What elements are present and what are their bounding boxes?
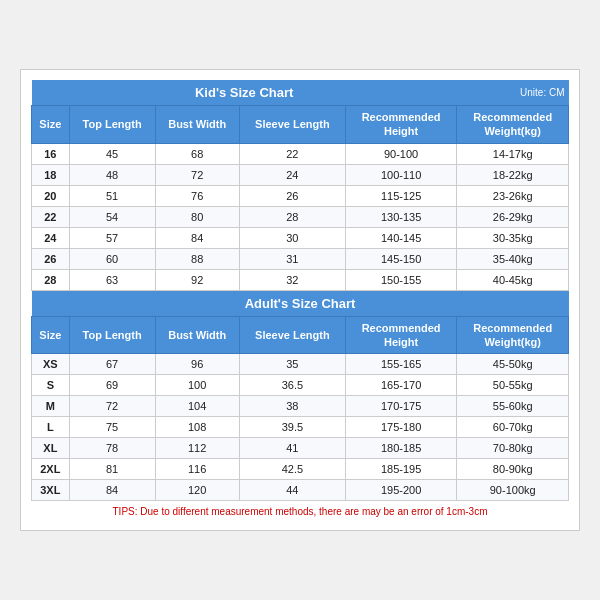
cell-size: 26 xyxy=(32,248,70,269)
table-row: XL 78 112 41 180-185 70-80kg xyxy=(32,438,569,459)
cell-size: 20 xyxy=(32,185,70,206)
kids-col-top-length: Top Length xyxy=(69,105,155,143)
cell-bust-width: 100 xyxy=(155,375,239,396)
cell-size: XL xyxy=(32,438,70,459)
tips-row: TIPS: Due to different measurement metho… xyxy=(32,501,569,521)
cell-size: 3XL xyxy=(32,480,70,501)
kids-header-row: Size Top Length Bust Width Sleeve Length… xyxy=(32,105,569,143)
cell-rec-height: 90-100 xyxy=(345,143,457,164)
cell-bust-width: 112 xyxy=(155,438,239,459)
cell-rec-weight: 30-35kg xyxy=(457,227,569,248)
table-row: 26 60 88 31 145-150 35-40kg xyxy=(32,248,569,269)
kids-col-bust-width: Bust Width xyxy=(155,105,239,143)
table-row: 3XL 84 120 44 195-200 90-100kg xyxy=(32,480,569,501)
cell-rec-height: 185-195 xyxy=(345,459,457,480)
cell-top-length: 48 xyxy=(69,164,155,185)
size-chart-table: Kid's Size Chart Unite: CM Size Top Leng… xyxy=(31,80,569,520)
table-row: 18 48 72 24 100-110 18-22kg xyxy=(32,164,569,185)
cell-rec-height: 155-165 xyxy=(345,354,457,375)
table-row: L 75 108 39.5 175-180 60-70kg xyxy=(32,417,569,438)
table-row: 16 45 68 22 90-100 14-17kg xyxy=(32,143,569,164)
adults-col-size: Size xyxy=(32,316,70,354)
adults-col-sleeve-length: Sleeve Length xyxy=(239,316,345,354)
cell-size: 22 xyxy=(32,206,70,227)
cell-rec-weight: 26-29kg xyxy=(457,206,569,227)
cell-rec-height: 145-150 xyxy=(345,248,457,269)
cell-bust-width: 72 xyxy=(155,164,239,185)
table-row: M 72 104 38 170-175 55-60kg xyxy=(32,396,569,417)
cell-rec-height: 115-125 xyxy=(345,185,457,206)
cell-sleeve-length: 41 xyxy=(239,438,345,459)
cell-sleeve-length: 36.5 xyxy=(239,375,345,396)
cell-top-length: 51 xyxy=(69,185,155,206)
table-row: XS 67 96 35 155-165 45-50kg xyxy=(32,354,569,375)
cell-top-length: 54 xyxy=(69,206,155,227)
table-row: 20 51 76 26 115-125 23-26kg xyxy=(32,185,569,206)
cell-sleeve-length: 39.5 xyxy=(239,417,345,438)
cell-top-length: 60 xyxy=(69,248,155,269)
cell-bust-width: 116 xyxy=(155,459,239,480)
cell-rec-weight: 80-90kg xyxy=(457,459,569,480)
cell-bust-width: 108 xyxy=(155,417,239,438)
cell-bust-width: 96 xyxy=(155,354,239,375)
cell-rec-weight: 40-45kg xyxy=(457,269,569,290)
cell-rec-weight: 50-55kg xyxy=(457,375,569,396)
cell-top-length: 63 xyxy=(69,269,155,290)
cell-rec-weight: 90-100kg xyxy=(457,480,569,501)
adults-col-bust-width: Bust Width xyxy=(155,316,239,354)
kids-section-title-row: Kid's Size Chart Unite: CM xyxy=(32,80,569,106)
cell-sleeve-length: 28 xyxy=(239,206,345,227)
kids-col-rec-height: RecommendedHeight xyxy=(345,105,457,143)
cell-rec-height: 130-135 xyxy=(345,206,457,227)
cell-top-length: 78 xyxy=(69,438,155,459)
kids-col-size: Size xyxy=(32,105,70,143)
cell-size: L xyxy=(32,417,70,438)
cell-sleeve-length: 42.5 xyxy=(239,459,345,480)
table-row: 28 63 92 32 150-155 40-45kg xyxy=(32,269,569,290)
cell-rec-height: 195-200 xyxy=(345,480,457,501)
cell-sleeve-length: 30 xyxy=(239,227,345,248)
cell-size: 24 xyxy=(32,227,70,248)
cell-top-length: 45 xyxy=(69,143,155,164)
cell-sleeve-length: 38 xyxy=(239,396,345,417)
table-row: 24 57 84 30 140-145 30-35kg xyxy=(32,227,569,248)
cell-size: 16 xyxy=(32,143,70,164)
cell-bust-width: 76 xyxy=(155,185,239,206)
adults-title: Adult's Size Chart xyxy=(32,290,569,316)
cell-rec-height: 100-110 xyxy=(345,164,457,185)
cell-rec-height: 150-155 xyxy=(345,269,457,290)
adults-col-rec-height: RecommendedHeight xyxy=(345,316,457,354)
cell-rec-weight: 14-17kg xyxy=(457,143,569,164)
cell-size: S xyxy=(32,375,70,396)
cell-rec-weight: 55-60kg xyxy=(457,396,569,417)
cell-rec-height: 165-170 xyxy=(345,375,457,396)
adults-col-top-length: Top Length xyxy=(69,316,155,354)
cell-top-length: 84 xyxy=(69,480,155,501)
cell-bust-width: 68 xyxy=(155,143,239,164)
cell-top-length: 81 xyxy=(69,459,155,480)
cell-size: XS xyxy=(32,354,70,375)
kids-col-rec-weight: RecommendedWeight(kg) xyxy=(457,105,569,143)
cell-sleeve-length: 26 xyxy=(239,185,345,206)
adults-header-row: Size Top Length Bust Width Sleeve Length… xyxy=(32,316,569,354)
kids-col-sleeve-length: Sleeve Length xyxy=(239,105,345,143)
cell-rec-weight: 23-26kg xyxy=(457,185,569,206)
kids-unit: Unite: CM xyxy=(457,80,569,106)
cell-bust-width: 104 xyxy=(155,396,239,417)
kids-title: Kid's Size Chart xyxy=(32,80,457,106)
cell-size: 18 xyxy=(32,164,70,185)
size-chart-container: Kid's Size Chart Unite: CM Size Top Leng… xyxy=(20,69,580,531)
cell-bust-width: 84 xyxy=(155,227,239,248)
cell-rec-weight: 60-70kg xyxy=(457,417,569,438)
cell-top-length: 67 xyxy=(69,354,155,375)
cell-sleeve-length: 35 xyxy=(239,354,345,375)
cell-rec-height: 175-180 xyxy=(345,417,457,438)
adults-col-rec-weight: RecommendedWeight(kg) xyxy=(457,316,569,354)
cell-rec-height: 180-185 xyxy=(345,438,457,459)
cell-bust-width: 80 xyxy=(155,206,239,227)
adults-section-title-row: Adult's Size Chart xyxy=(32,290,569,316)
cell-rec-weight: 35-40kg xyxy=(457,248,569,269)
cell-bust-width: 92 xyxy=(155,269,239,290)
cell-top-length: 69 xyxy=(69,375,155,396)
cell-sleeve-length: 32 xyxy=(239,269,345,290)
